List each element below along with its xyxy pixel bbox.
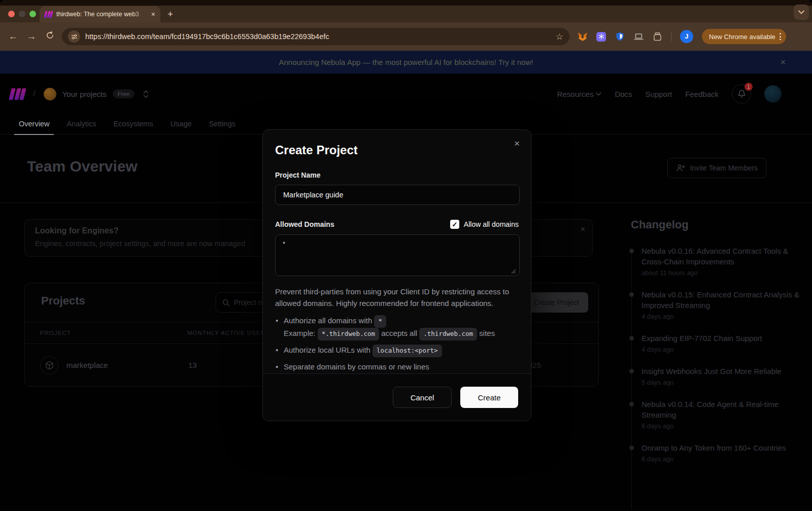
changelog-entry[interactable]: Nebula v0.0.16: Advanced Contract Tools … xyxy=(627,246,805,277)
domains-help-text: Prevent third-parties from using your Cl… xyxy=(275,286,519,309)
changelog-entry-title[interactable]: Expanding EIP-7702 Chain Support xyxy=(641,333,805,344)
tab-close-icon[interactable]: × xyxy=(151,10,155,18)
metamask-extension-icon[interactable] xyxy=(578,31,588,42)
changelog-entry-title[interactable]: Nebula v0.0.14: Code Agent & Real-time S… xyxy=(641,399,805,420)
domains-bullet-list: Authorize all domains with * Example: *.… xyxy=(275,315,519,372)
create-project-button[interactable]: Create Project xyxy=(525,292,588,313)
site-settings-button[interactable] xyxy=(68,30,80,43)
nav-resources[interactable]: Resources xyxy=(557,90,602,98)
timeline-dot-icon xyxy=(629,292,634,297)
zoom-window-button[interactable] xyxy=(29,11,36,17)
code-chip-domain: .thirdweb.com xyxy=(419,328,477,340)
browser-profile-avatar[interactable]: J xyxy=(680,30,693,43)
changelog-entry-title[interactable]: Nebula v0.0.15: Enhanced Contract Analys… xyxy=(641,289,805,311)
changelog-entry[interactable]: Nebula v0.0.15: Enhanced Contract Analys… xyxy=(627,289,805,320)
invite-team-members-button[interactable]: Invite Team Members xyxy=(667,158,766,178)
timeline-dot-icon xyxy=(629,402,634,406)
minimize-window-button[interactable] xyxy=(19,11,25,17)
bullet-authorize-all: Authorize all domains with * Example: *.… xyxy=(275,315,519,340)
bell-icon xyxy=(737,89,746,98)
address-bar[interactable]: https://thirdweb.com/team/fcd194917bc9c6… xyxy=(62,28,569,45)
engines-card-close-icon[interactable]: × xyxy=(581,225,585,234)
modal-close-icon[interactable]: × xyxy=(514,138,520,149)
create-project-modal: × Create Project Project Name Allowed Do… xyxy=(262,129,531,421)
bookmark-star-icon[interactable]: ☆ xyxy=(556,31,563,42)
thirdweb-logo-icon[interactable] xyxy=(9,88,26,100)
changelog-entry[interactable]: Expanding EIP-7702 Chain Support 4 days … xyxy=(627,333,805,353)
tab-analytics[interactable]: Analytics xyxy=(58,113,105,134)
nav-support[interactable]: Support xyxy=(646,90,672,98)
team-switcher-icon[interactable] xyxy=(143,90,149,98)
person-plus-icon xyxy=(676,164,685,172)
nav-resources-label: Resources xyxy=(557,90,594,98)
bullet-example-mid: accepts all xyxy=(381,329,417,337)
changelog-entry-title[interactable]: Insight Webhooks Just Got More Reliable xyxy=(641,366,805,377)
announcement-banner[interactable]: Announcing Nebula App — the most powerfu… xyxy=(0,51,812,74)
code-chip-wildcard-domain: *.thirdweb.com xyxy=(318,328,379,340)
create-button[interactable]: Create xyxy=(460,387,518,408)
invite-team-members-label: Invite Team Members xyxy=(690,164,758,172)
project-name-input[interactable] xyxy=(275,185,520,205)
close-window-button[interactable] xyxy=(8,11,15,17)
chrome-update-label: New Chrome available xyxy=(709,33,775,41)
changelog-entry[interactable]: Onramp to Any Token from 160+ Countries … xyxy=(627,442,805,463)
changelog-entry-title[interactable]: Nebula v0.0.16: Advanced Contract Tools … xyxy=(641,246,805,267)
chevron-down-icon xyxy=(596,92,601,96)
plan-badge: Free xyxy=(113,89,135,98)
page-title: Team Overview xyxy=(27,158,138,175)
snowflake-extension-icon[interactable] xyxy=(596,32,606,42)
changelog-entry[interactable]: Insight Webhooks Just Got More Reliable … xyxy=(627,366,805,386)
reload-icon xyxy=(46,31,54,40)
chrome-update-button[interactable]: New Chrome available xyxy=(702,29,786,44)
jar-extension-icon[interactable] xyxy=(652,31,662,42)
team-name[interactable]: Your projects xyxy=(62,90,107,98)
nav-feedback[interactable]: Feedback xyxy=(685,90,719,98)
changelog-entry-date: 4 days ago xyxy=(641,313,805,320)
bullet-text: Authorize all domains with xyxy=(284,316,372,325)
forward-button[interactable]: → xyxy=(22,31,41,42)
shield-extension-icon[interactable] xyxy=(615,31,625,42)
engines-card-description: Engines, contracts, project settings, an… xyxy=(35,240,245,248)
browser-tab[interactable]: thirdweb: The complete web3 × xyxy=(40,6,160,22)
changelog-entry-date: 6 days ago xyxy=(641,422,805,430)
new-tab-button[interactable]: + xyxy=(167,8,173,20)
browser-menu-icon[interactable] xyxy=(780,33,781,40)
tab-search-button[interactable] xyxy=(794,5,809,20)
tab-settings[interactable]: Settings xyxy=(200,113,244,134)
toolbar-divider xyxy=(671,31,671,42)
allow-all-domains-toggle[interactable]: ✓ Allow all domains xyxy=(450,220,519,229)
changelog-entry-title[interactable]: Onramp to Any Token from 160+ Countries xyxy=(641,442,805,453)
allow-all-domains-label: Allow all domains xyxy=(464,220,519,228)
reload-button[interactable] xyxy=(41,31,59,42)
announcement-text[interactable]: Announcing Nebula App — the most powerfu… xyxy=(279,58,533,66)
checkbox-checked-icon[interactable]: ✓ xyxy=(450,220,459,229)
bullet-separate-domains: Separate domains by commas or new lines xyxy=(275,361,519,372)
timeline-dot-icon xyxy=(629,446,634,450)
breadcrumb-separator: / xyxy=(33,89,36,99)
tab-ecosystems[interactable]: Ecosystems xyxy=(105,113,161,134)
changelog-entry-date: about 11 hours ago xyxy=(641,269,805,277)
cancel-button[interactable]: Cancel xyxy=(393,387,452,408)
resize-grip-icon[interactable] xyxy=(511,269,516,274)
notifications-button[interactable]: 1 xyxy=(732,84,751,104)
project-mau-cell: 13 xyxy=(188,361,197,369)
team-avatar[interactable] xyxy=(44,88,56,100)
bullet-example-suffix: sites xyxy=(479,329,495,337)
modal-title: Create Project xyxy=(275,143,519,157)
window-controls[interactable] xyxy=(8,11,36,17)
laptop-extension-icon[interactable] xyxy=(633,31,644,42)
banner-close-icon[interactable]: × xyxy=(781,57,786,67)
tab-overview[interactable]: Overview xyxy=(10,113,58,134)
project-name-cell[interactable]: marketplace xyxy=(66,361,108,369)
allowed-domains-textarea[interactable]: * xyxy=(275,234,520,276)
url-text[interactable]: https://thirdweb.com/team/fcd194917bc9c6… xyxy=(85,32,551,41)
user-avatar[interactable] xyxy=(764,85,782,103)
tab-usage[interactable]: Usage xyxy=(162,113,200,134)
browser-toolbar: ← → https://thirdweb.com/team/fcd194917b… xyxy=(0,22,812,51)
nav-docs[interactable]: Docs xyxy=(615,90,632,98)
tune-icon xyxy=(71,33,78,40)
back-button[interactable]: ← xyxy=(4,31,22,42)
bullet-example-label: Example: xyxy=(284,329,316,337)
changelog-entry[interactable]: Nebula v0.0.14: Code Agent & Real-time S… xyxy=(627,399,805,430)
code-chip-localhost: localhost:<port> xyxy=(373,345,442,357)
